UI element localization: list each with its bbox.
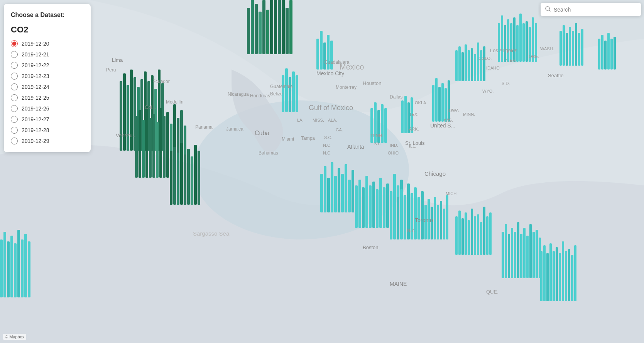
svg-rect-170 (574, 245, 576, 301)
search-input[interactable] (554, 7, 636, 13)
svg-rect-61 (341, 174, 344, 212)
radio-item-2019-12-28[interactable]: 2019-12-28 (11, 127, 84, 134)
svg-rect-70 (372, 182, 375, 228)
svg-text:United S...: United S... (430, 122, 455, 129)
svg-rect-157 (536, 230, 538, 278)
svg-text:Cuba: Cuba (255, 130, 269, 136)
svg-rect-173 (7, 241, 10, 297)
svg-rect-67 (362, 187, 365, 228)
svg-rect-136 (572, 31, 574, 66)
svg-rect-110 (458, 46, 461, 81)
radio-input-2019-12-25[interactable] (11, 94, 18, 101)
radio-item-2019-12-22[interactable]: 2019-12-22 (11, 62, 84, 69)
svg-text:GA.: GA. (336, 127, 343, 132)
radio-label-2019-12-22: 2019-12-22 (22, 62, 49, 68)
svg-rect-123 (510, 23, 512, 62)
radio-input-2019-12-21[interactable] (11, 51, 18, 58)
radio-input-2019-12-26[interactable] (11, 105, 18, 112)
radio-input-2019-12-29[interactable] (11, 138, 18, 144)
svg-rect-152 (520, 234, 522, 278)
svg-rect-172 (3, 232, 6, 297)
svg-rect-133 (563, 25, 565, 66)
svg-rect-150 (514, 232, 516, 278)
svg-text:Mexico City: Mexico City (316, 70, 344, 76)
svg-rect-48 (177, 153, 179, 205)
svg-rect-113 (468, 50, 470, 81)
radio-item-2019-12-25[interactable]: 2019-12-25 (11, 94, 84, 101)
svg-rect-145 (614, 37, 616, 70)
svg-text:TEX.: TEX. (409, 112, 418, 117)
search-bar (541, 3, 641, 16)
map-background: Lima Peru Ecuador Medellín Col... Panama… (0, 0, 644, 343)
svg-rect-88 (421, 191, 424, 239)
svg-rect-111 (461, 52, 464, 81)
svg-text:Guatemala: Guatemala (270, 84, 293, 89)
svg-text:N.C.: N.C. (323, 143, 331, 148)
svg-rect-69 (369, 185, 372, 228)
radio-item-2019-12-20[interactable]: 2019-12-20 (11, 40, 84, 47)
svg-rect-120 (501, 15, 503, 62)
svg-rect-178 (24, 234, 27, 297)
svg-text:N.EV.: N.EV. (505, 58, 516, 63)
radio-input-2019-12-28[interactable] (11, 127, 18, 134)
svg-rect-112 (465, 44, 467, 81)
svg-text:LA.: LA. (297, 118, 304, 122)
svg-rect-198 (292, 71, 295, 112)
radio-item-2019-12-24[interactable]: 2019-12-24 (11, 83, 84, 90)
radio-item-2019-12-23[interactable]: 2019-12-23 (11, 73, 84, 80)
radio-input-2019-12-20[interactable] (11, 40, 18, 47)
svg-rect-107 (486, 216, 488, 255)
svg-text:Medellín: Medellín (166, 99, 183, 105)
svg-text:S.C.: S.C. (324, 135, 332, 140)
svg-rect-38 (159, 108, 162, 178)
svg-rect-154 (526, 236, 529, 278)
svg-rect-199 (296, 75, 298, 112)
svg-rect-126 (519, 14, 522, 62)
svg-rect-194 (448, 80, 450, 122)
svg-rect-18 (120, 81, 122, 151)
svg-text:Sargasso Sea: Sargasso Sea (193, 230, 230, 237)
svg-rect-169 (571, 255, 573, 301)
radio-label-2019-12-25: 2019-12-25 (22, 95, 49, 101)
radio-item-2019-12-26[interactable]: 2019-12-26 (11, 105, 84, 112)
svg-rect-135 (569, 27, 571, 66)
svg-rect-151 (517, 222, 519, 278)
radio-item-2019-12-27[interactable]: 2019-12-27 (11, 116, 84, 123)
svg-rect-12 (289, 0, 292, 54)
svg-text:Houston: Houston (363, 80, 381, 86)
svg-rect-100 (465, 212, 467, 255)
svg-rect-121 (504, 25, 506, 62)
svg-rect-167 (565, 251, 567, 301)
svg-rect-116 (477, 42, 479, 81)
svg-rect-60 (338, 168, 340, 212)
svg-rect-179 (28, 241, 30, 297)
radio-input-2019-12-23[interactable] (11, 73, 18, 80)
radio-item-2019-12-29[interactable]: 2019-12-29 (11, 138, 84, 144)
svg-text:IND.: IND. (390, 143, 398, 148)
svg-rect-31 (135, 116, 138, 178)
svg-rect-196 (285, 68, 288, 112)
radio-input-2019-12-27[interactable] (11, 116, 18, 123)
svg-rect-175 (14, 243, 17, 297)
sidebar-panel: Choose a Dataset: CO2 2019-12-202019-12-… (4, 4, 91, 152)
svg-rect-122 (507, 19, 509, 62)
svg-rect-197 (289, 77, 291, 112)
svg-rect-104 (477, 214, 479, 255)
radio-input-2019-12-24[interactable] (11, 83, 18, 90)
svg-rect-20 (127, 85, 129, 151)
svg-text:MINN.: MINN. (463, 112, 475, 117)
radio-input-2019-12-22[interactable] (11, 62, 18, 69)
svg-rect-3 (255, 4, 258, 54)
svg-text:Col...: Col... (145, 104, 156, 110)
svg-text:S.D.: S.D. (502, 81, 510, 86)
svg-rect-155 (529, 224, 532, 278)
svg-rect-49 (180, 143, 183, 205)
svg-text:COLO.: COLO. (478, 56, 492, 61)
svg-text:St. Louis: St. Louis (405, 140, 425, 146)
svg-rect-19 (123, 73, 126, 151)
svg-rect-139 (581, 29, 583, 66)
svg-rect-21 (130, 70, 133, 151)
radio-item-2019-12-21[interactable]: 2019-12-21 (11, 51, 84, 58)
svg-text:Boston: Boston (363, 245, 378, 250)
svg-rect-153 (523, 228, 526, 278)
